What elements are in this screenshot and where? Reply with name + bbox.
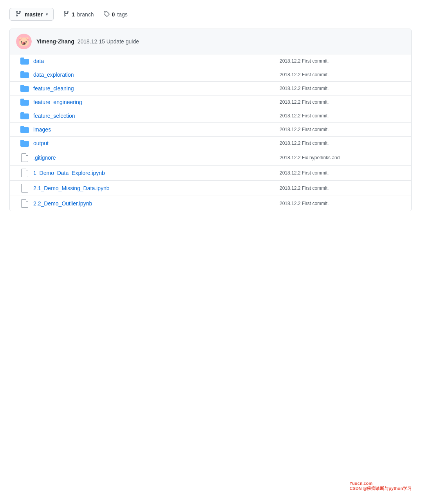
- file-name-link[interactable]: 2.2_Demo_Outlier.ipynb: [33, 200, 92, 207]
- file-name-link[interactable]: output: [33, 140, 49, 146]
- commit-date-cell: 2018.12.2 First commit.: [280, 185, 405, 191]
- file-name-cell: images: [33, 126, 280, 133]
- branch-count: 1: [72, 11, 75, 18]
- tags-label: tags: [117, 11, 127, 18]
- file-name-cell: feature_cleaning: [33, 85, 280, 92]
- file-name-cell: feature_engineering: [33, 99, 280, 105]
- file-rows-container: data2018.12.2 First commit. data_explora…: [10, 54, 411, 211]
- file-name-cell: data_exploration: [33, 72, 280, 78]
- folder-icon: [20, 58, 29, 65]
- branches-link[interactable]: 1 branch: [63, 11, 94, 18]
- file-icon: [21, 184, 28, 193]
- file-icon: [21, 153, 28, 162]
- commit-header: 🐷 Yimeng-Zhang 2018.12.15 Update guide: [10, 29, 411, 54]
- file-name-link[interactable]: .gitignore: [33, 155, 56, 161]
- folder-icon: [20, 99, 29, 106]
- folder-icon: [20, 71, 29, 78]
- folder-icon: [20, 112, 29, 119]
- tag-icon: [103, 11, 110, 18]
- commit-date-cell: 2018.12.2 First commit.: [280, 72, 405, 77]
- file-name-cell: 2.2_Demo_Outlier.ipynb: [33, 200, 280, 207]
- file-name-link[interactable]: feature_engineering: [33, 99, 82, 105]
- file-name-cell: data: [33, 58, 280, 64]
- table-row: data2018.12.2 First commit.: [10, 54, 411, 68]
- commit-date-cell: 2018.12.2 First commit.: [280, 99, 405, 105]
- table-row: data_exploration2018.12.2 First commit.: [10, 68, 411, 82]
- avatar: 🐷: [16, 34, 32, 49]
- table-row: 2.2_Demo_Outlier.ipynb2018.12.2 First co…: [10, 196, 411, 211]
- commit-author[interactable]: Yimeng-Zhang: [36, 38, 74, 45]
- folder-icon-cell: [16, 58, 33, 65]
- branch-name-label: master: [25, 11, 43, 18]
- commit-date-cell: 2018.12.2 First commit.: [280, 201, 405, 206]
- folder-icon-cell: [16, 99, 33, 106]
- branches-icon: [63, 11, 69, 18]
- table-row: feature_cleaning2018.12.2 First commit.: [10, 82, 411, 95]
- table-row: .gitignore2018.12.2 Fix hyperlinks and: [10, 150, 411, 166]
- table-row: output2018.12.2 First commit.: [10, 137, 411, 150]
- file-name-cell: output: [33, 140, 280, 146]
- file-name-link[interactable]: data_exploration: [33, 72, 74, 78]
- tag-count: 0: [112, 11, 115, 18]
- commit-date-cell: 2018.12.2 First commit.: [280, 113, 405, 119]
- git-branch-icon: [15, 11, 22, 18]
- file-name-link[interactable]: feature_selection: [33, 113, 75, 119]
- folder-icon: [20, 140, 29, 147]
- folder-icon: [20, 85, 29, 92]
- file-icon: [21, 169, 28, 177]
- commit-date-cell: 2018.12.2 First commit.: [280, 58, 405, 64]
- branch-selector-button[interactable]: master ▾: [9, 8, 54, 21]
- folder-icon-cell: [16, 112, 33, 119]
- file-icon-cell: [16, 184, 33, 193]
- file-name-cell: 2.1_Demo_Missing_Data.ipynb: [33, 185, 280, 191]
- avatar-image: 🐷: [16, 34, 32, 49]
- folder-icon-cell: [16, 140, 33, 147]
- folder-icon-cell: [16, 71, 33, 78]
- file-name-link[interactable]: images: [33, 126, 51, 133]
- file-name-cell: .gitignore: [33, 155, 280, 161]
- table-row: feature_selection2018.12.2 First commit.: [10, 109, 411, 123]
- commit-message: 2018.12.15 Update guide: [78, 38, 139, 45]
- commit-date-cell: 2018.12.2 First commit.: [280, 170, 405, 176]
- tags-link[interactable]: 0 tags: [103, 11, 128, 18]
- file-icon-cell: [16, 199, 33, 208]
- file-table: 🐷 Yimeng-Zhang 2018.12.15 Update guide d…: [9, 29, 412, 211]
- folder-icon: [20, 126, 29, 133]
- table-row: 1_Demo_Data_Explore.ipynb2018.12.2 First…: [10, 166, 411, 181]
- branch-label: branch: [77, 11, 94, 18]
- table-row: feature_engineering2018.12.2 First commi…: [10, 95, 411, 109]
- folder-icon-cell: [16, 85, 33, 92]
- file-icon-cell: [16, 169, 33, 177]
- file-icon-cell: [16, 153, 33, 162]
- folder-icon-cell: [16, 126, 33, 133]
- file-name-link[interactable]: 2.1_Demo_Missing_Data.ipynb: [33, 185, 110, 191]
- table-row: 2.1_Demo_Missing_Data.ipynb2018.12.2 Fir…: [10, 181, 411, 196]
- commit-date-cell: 2018.12.2 First commit.: [280, 127, 405, 132]
- file-name-link[interactable]: 1_Demo_Data_Explore.ipynb: [33, 170, 105, 176]
- chevron-down-icon: ▾: [46, 12, 48, 16]
- watermark: Yuucn.com CSDN @疾病诊断与python学习: [348, 480, 413, 492]
- commit-date-cell: 2018.12.2 Fix hyperlinks and: [280, 155, 405, 160]
- commit-info: Yimeng-Zhang 2018.12.15 Update guide: [36, 38, 139, 45]
- watermark-line1: Yuucn.com: [349, 481, 412, 486]
- commit-date-cell: 2018.12.2 First commit.: [280, 86, 405, 91]
- top-bar: master ▾ 1 branch 0 tags: [9, 8, 412, 21]
- page-container: master ▾ 1 branch 0 tags: [0, 0, 421, 504]
- file-name-cell: feature_selection: [33, 113, 280, 119]
- commit-date-cell: 2018.12.2 First commit.: [280, 140, 405, 146]
- file-icon: [21, 199, 28, 208]
- table-row: images2018.12.2 First commit.: [10, 123, 411, 137]
- watermark-line2: CSDN @疾病诊断与python学习: [349, 486, 412, 491]
- file-name-link[interactable]: feature_cleaning: [33, 85, 74, 92]
- file-name-link[interactable]: data: [33, 58, 44, 64]
- file-name-cell: 1_Demo_Data_Explore.ipynb: [33, 170, 280, 176]
